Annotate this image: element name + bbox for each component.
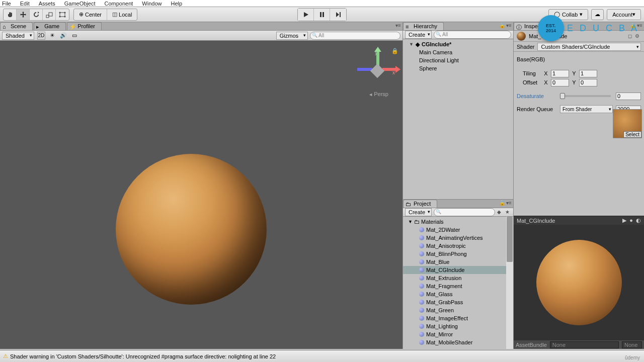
pivot-local-button[interactable]: ◫ Local — [107, 9, 137, 20]
game-icon: ▸ — [36, 24, 42, 29]
hand-tool[interactable] — [4, 9, 17, 20]
material-preview-header[interactable]: Mat_CGInclude ▶ ● ◐ — [514, 216, 644, 225]
tiling-y-input[interactable] — [579, 70, 597, 77]
project-scrollbar[interactable] — [506, 217, 513, 349]
step-button[interactable] — [330, 9, 346, 21]
gizmos-dropdown[interactable]: Gizmos — [276, 32, 308, 40]
tab-project[interactable]: 🗀Project — [403, 200, 437, 208]
panel-menu-icon[interactable]: ▾≡ — [506, 200, 512, 206]
project-item[interactable]: Mat_Glass — [403, 290, 506, 298]
project-item[interactable]: Mat_Anisotropic — [403, 242, 506, 250]
scene-search[interactable]: All — [310, 32, 400, 40]
preview-sphere-icon[interactable]: ● — [629, 217, 633, 224]
scrollbar-thumb[interactable] — [507, 217, 513, 262]
preview-light-icon[interactable]: ◐ — [636, 217, 641, 224]
material-icon — [418, 339, 425, 346]
tab-scene[interactable]: ⌂Scene — [0, 22, 33, 30]
project-item[interactable]: Mat_Fragment — [403, 282, 506, 290]
project-item[interactable]: Mat_2DWater — [403, 226, 506, 234]
menu-assets[interactable]: Assets — [39, 1, 55, 7]
asset-bundle-variant-dropdown[interactable]: None — [622, 341, 642, 348]
scene-viewport[interactable]: y x 🔒 Persp R RRCG人人素材 — [0, 41, 403, 349]
offset-y-input[interactable] — [579, 79, 597, 86]
perspective-label[interactable]: Persp — [368, 91, 388, 97]
hierarchy-scene-row[interactable]: ▼◆CGInclude* — [403, 40, 513, 48]
gizmo-x-axis[interactable] — [382, 68, 397, 71]
material-preview-viewport[interactable] — [514, 225, 644, 340]
asset-bundle-label: AssetBundle — [516, 342, 547, 348]
lighting-toggle-icon[interactable]: ☀ — [48, 32, 56, 40]
sphere-object[interactable] — [116, 154, 267, 305]
save-search-icon[interactable]: ★ — [505, 209, 511, 215]
pivot-tools: ⊕ Center ◫ Local — [73, 9, 137, 21]
tiling-x-input[interactable] — [551, 70, 569, 77]
pivot-center-button[interactable]: ⊕ Center — [74, 9, 107, 20]
project-item[interactable]: Mat_MobileShader — [403, 338, 506, 346]
scale-tool[interactable] — [43, 9, 56, 20]
lock-icon[interactable]: 🔒 — [499, 200, 505, 206]
menu-edit[interactable]: Edit — [20, 1, 30, 7]
svg-rect-1 — [49, 13, 52, 16]
project-item[interactable]: Mat_Mirror — [403, 330, 506, 338]
educba-watermark: EST.2014 E D U C B A — [538, 15, 639, 41]
status-bar[interactable]: ⚠ Shader warning in 'Custom Shaders/Silh… — [0, 350, 644, 362]
gizmo-cube[interactable] — [370, 64, 384, 78]
menu-help[interactable]: Help — [171, 1, 182, 7]
offset-x-input[interactable] — [551, 79, 569, 86]
hierarchy-item-camera[interactable]: Main Camera — [403, 48, 513, 56]
hierarchy-item-sphere[interactable]: Sphere — [403, 64, 513, 72]
panel-menu-icon[interactable]: ▾≡ — [506, 23, 512, 29]
svg-rect-9 — [340, 12, 341, 17]
fx-toggle-icon[interactable]: ▭ — [70, 32, 78, 40]
inspector-icon: ⓘ — [516, 24, 522, 29]
material-preview-icon — [517, 32, 526, 41]
project-item[interactable]: Mat_Extrusion — [403, 274, 506, 282]
hierarchy-create-dropdown[interactable]: Create — [405, 31, 432, 39]
svg-point-3 — [59, 12, 61, 13]
preview-play-icon[interactable]: ▶ — [622, 217, 626, 224]
lock-icon[interactable]: 🔒 — [499, 23, 505, 29]
texture-select-button[interactable]: Select — [623, 131, 641, 138]
project-search[interactable] — [434, 208, 495, 216]
project-item[interactable]: Mat_AnimatingVertices — [403, 234, 506, 242]
tab-hierarchy[interactable]: ≡Hierarchy — [403, 22, 444, 30]
desaturate-label: Desaturate — [517, 93, 557, 99]
menu-gameobject[interactable]: GameObject — [64, 1, 96, 7]
slider-thumb[interactable] — [560, 93, 565, 99]
project-create-dropdown[interactable]: Create — [405, 208, 432, 216]
shading-mode-dropdown[interactable]: Shaded — [2, 32, 34, 40]
menu-window[interactable]: Window — [142, 1, 162, 7]
desaturate-input[interactable] — [616, 93, 641, 100]
render-queue-dropdown[interactable]: From Shader — [560, 105, 613, 113]
lock-icon[interactable]: 🔒 — [391, 48, 398, 54]
project-item[interactable]: Mat_BlinnPhong — [403, 250, 506, 258]
rect-tool[interactable] — [56, 9, 69, 20]
project-item[interactable]: Mat_Green — [403, 306, 506, 314]
pause-button[interactable] — [314, 9, 330, 21]
menu-file[interactable]: File — [2, 1, 11, 7]
play-button[interactable] — [298, 9, 314, 21]
desaturate-slider[interactable] — [560, 95, 611, 97]
project-item[interactable]: Mat_ImageEffect — [403, 314, 506, 322]
project-item[interactable]: Mat_GrabPass — [403, 298, 506, 306]
project-item[interactable]: Mat_Blue — [403, 258, 506, 266]
project-folder-materials[interactable]: ▼🗀Materials — [403, 218, 506, 226]
rotate-tool[interactable] — [30, 9, 43, 20]
hierarchy-search[interactable]: All — [434, 31, 511, 39]
tab-game[interactable]: ▸Game — [34, 22, 66, 30]
project-item[interactable]: Mat_Lighting — [403, 322, 506, 330]
panel-menu-icon[interactable]: ▾≡ — [395, 23, 401, 29]
texture-preview[interactable]: Select — [613, 109, 642, 138]
tab-profiler[interactable]: ⚡Profiler — [67, 22, 102, 30]
mode-2d-toggle[interactable]: 2D — [37, 32, 45, 40]
filter-icon[interactable]: ◆ — [497, 209, 503, 215]
move-tool[interactable] — [17, 9, 30, 20]
asset-bundle-dropdown[interactable]: None — [550, 341, 619, 348]
menu-component[interactable]: Component — [104, 1, 133, 7]
shader-dropdown[interactable]: Custom Shaders/CGInclude — [537, 43, 641, 51]
material-icon — [418, 315, 425, 322]
svg-rect-7 — [320, 12, 321, 17]
hierarchy-item-light[interactable]: Directional Light — [403, 56, 513, 64]
project-item[interactable]: Mat_CGInclude — [403, 266, 506, 274]
audio-toggle-icon[interactable]: 🔊 — [59, 32, 67, 40]
